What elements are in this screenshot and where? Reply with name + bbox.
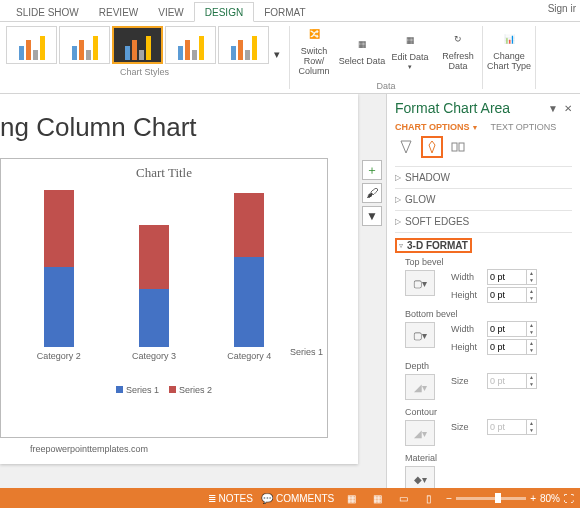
chart-legend[interactable]: Series 1 Series 2 xyxy=(1,385,327,395)
normal-view[interactable]: ▦ xyxy=(342,491,360,505)
contour-color-picker[interactable]: ◢▾ xyxy=(405,420,435,446)
bottom-bevel-width[interactable] xyxy=(487,321,527,337)
pane-menu[interactable]: ▼ xyxy=(548,103,558,114)
top-bevel-height[interactable] xyxy=(487,287,527,303)
effects-icon[interactable] xyxy=(421,136,443,158)
chart-title[interactable]: Chart Title xyxy=(1,159,327,187)
notes-button[interactable]: ≣ NOTES xyxy=(208,493,253,504)
slide-title[interactable]: ng Column Chart xyxy=(0,112,197,143)
depth-label: Depth xyxy=(405,361,429,371)
tab-view[interactable]: VIEW xyxy=(148,3,194,21)
fit-to-window[interactable]: ⛶ xyxy=(564,493,574,504)
ribbon: ▾ Chart Styles 🔀Switch Row/ Column ▦Sele… xyxy=(0,22,580,94)
glow-section[interactable]: ▷GLOW xyxy=(395,194,572,205)
text-options-tab[interactable]: TEXT OPTIONS xyxy=(490,122,556,132)
slide-footer: freepowerpointtemplates.com xyxy=(30,444,148,454)
switch-row-column-button[interactable]: 🔀Switch Row/ Column xyxy=(290,22,338,80)
size-properties-icon[interactable] xyxy=(447,136,469,158)
tab-review[interactable]: REVIEW xyxy=(89,3,148,21)
style-thumb[interactable] xyxy=(6,26,57,64)
chart-column[interactable] xyxy=(234,193,264,347)
top-bevel-width[interactable] xyxy=(487,269,527,285)
chart-options-tab[interactable]: CHART OPTIONS xyxy=(395,122,478,132)
style-thumb-selected[interactable] xyxy=(112,26,163,64)
zoom-slider[interactable] xyxy=(456,497,526,500)
tab-design[interactable]: DESIGN xyxy=(194,2,254,22)
category-label: Category 4 xyxy=(227,351,271,361)
top-bevel-picker[interactable]: ▢▾ xyxy=(405,270,435,296)
series-axis-label: Series 1 xyxy=(290,347,323,357)
sorter-view[interactable]: ▦ xyxy=(368,491,386,505)
refresh-data-button[interactable]: ↻Refresh Data xyxy=(434,22,482,80)
category-label: Category 3 xyxy=(132,351,176,361)
chart-filters-button[interactable]: ▼ xyxy=(362,206,382,226)
bottom-bevel-picker[interactable]: ▢▾ xyxy=(405,322,435,348)
chart-elements-button[interactable]: ＋ xyxy=(362,160,382,180)
format-pane: Format Chart Area ▼✕ CHART OPTIONS TEXT … xyxy=(386,94,580,488)
group-label-styles: Chart Styles xyxy=(6,67,283,77)
material-picker[interactable]: ◆▾ xyxy=(405,466,435,488)
style-thumb[interactable] xyxy=(59,26,110,64)
svg-rect-0 xyxy=(452,143,457,151)
ribbon-tabs: SLIDE SHOW REVIEW VIEW DESIGN FORMAT xyxy=(0,0,580,22)
style-thumb[interactable] xyxy=(165,26,216,64)
slideshow-view[interactable]: ▯ xyxy=(420,491,438,505)
slide[interactable]: ng Column Chart Chart Title Category 2Ca… xyxy=(0,94,358,464)
chart-styles-button[interactable]: 🖌 xyxy=(362,183,382,203)
group-label-data: Data xyxy=(290,81,482,91)
status-bar: ≣ NOTES 💬 COMMENTS ▦ ▦ ▭ ▯ − + 80% ⛶ xyxy=(0,488,580,508)
zoom-out[interactable]: − xyxy=(446,493,452,504)
styles-more[interactable]: ▾ xyxy=(271,26,283,64)
contour-size[interactable] xyxy=(487,419,527,435)
pane-title: Format Chart Area xyxy=(395,100,510,116)
depth-color-picker[interactable]: ◢▾ xyxy=(405,374,435,400)
edit-data-button[interactable]: ▦Edit Data▾ xyxy=(386,22,434,80)
contour-label: Contour xyxy=(405,407,437,417)
change-chart-type-button[interactable]: 📊Change Chart Type xyxy=(483,22,535,80)
zoom-level[interactable]: 80% xyxy=(540,493,560,504)
chart-styles-gallery[interactable]: ▾ xyxy=(6,26,283,64)
depth-size[interactable] xyxy=(487,373,527,389)
fill-line-icon[interactable] xyxy=(395,136,417,158)
chart-area[interactable]: Chart Title Category 2Category 3Category… xyxy=(0,158,328,438)
reading-view[interactable]: ▭ xyxy=(394,491,412,505)
slide-canvas[interactable]: ng Column Chart Chart Title Category 2Ca… xyxy=(0,94,386,488)
tab-slide-show[interactable]: SLIDE SHOW xyxy=(6,3,89,21)
chart-column[interactable] xyxy=(139,225,169,347)
pane-close[interactable]: ✕ xyxy=(564,103,572,114)
category-label: Category 2 xyxy=(37,351,81,361)
zoom-in[interactable]: + xyxy=(530,493,536,504)
chart-plot[interactable] xyxy=(1,187,327,347)
style-thumb[interactable] xyxy=(218,26,269,64)
category-labels: Category 2Category 3Category 4 xyxy=(1,347,327,361)
material-label: Material xyxy=(405,453,437,463)
tab-format[interactable]: FORMAT xyxy=(254,3,315,21)
bottom-bevel-height[interactable] xyxy=(487,339,527,355)
sign-in-link[interactable]: Sign ir xyxy=(548,3,576,14)
soft-edges-section[interactable]: ▷SOFT EDGES xyxy=(395,216,572,227)
shadow-section[interactable]: ▷SHADOW xyxy=(395,172,572,183)
chart-column[interactable] xyxy=(44,190,74,347)
3d-format-section[interactable]: ▿3-D FORMAT xyxy=(395,238,572,253)
comments-button[interactable]: 💬 COMMENTS xyxy=(261,493,334,504)
top-bevel-label: Top bevel xyxy=(405,257,444,267)
select-data-button[interactable]: ▦Select Data xyxy=(338,22,386,80)
bottom-bevel-label: Bottom bevel xyxy=(405,309,458,319)
svg-rect-1 xyxy=(459,143,464,151)
